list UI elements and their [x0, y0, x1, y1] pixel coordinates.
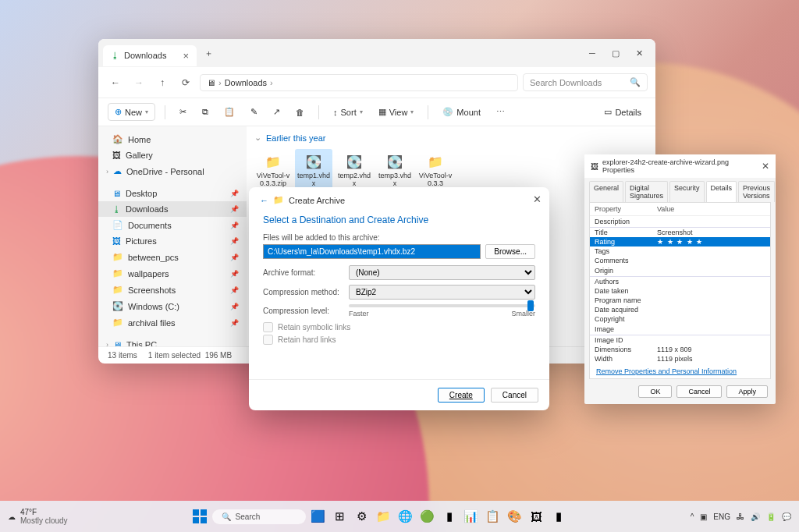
archive-path-input[interactable]: [263, 244, 481, 259]
format-label: Archive format:: [263, 268, 341, 277]
chrome-icon[interactable]: 🟢: [418, 507, 437, 526]
sidebar-betweenpcs[interactable]: 📁between_pcs📌: [98, 249, 247, 265]
dialog-close-button[interactable]: ✕: [533, 193, 542, 205]
taskview-icon[interactable]: ⊞: [331, 507, 350, 526]
delete-button[interactable]: 🗑: [291, 105, 309, 120]
row-dimensions: Dimensions1119 x 809: [590, 345, 770, 354]
file-temp1[interactable]: 💽temp1.vhdx: [295, 149, 332, 191]
pin-icon: 📌: [230, 286, 239, 294]
paste-button[interactable]: 📋: [219, 104, 240, 120]
properties-close-button[interactable]: ✕: [762, 161, 769, 172]
copy-button[interactable]: ⧉: [197, 104, 213, 120]
view-button[interactable]: ▦ View ▾: [374, 104, 419, 120]
chevron-up-icon[interactable]: ^: [691, 512, 694, 521]
app-icon[interactable]: 📋: [484, 507, 502, 526]
minimize-button[interactable]: ─: [581, 43, 604, 63]
weather-widget[interactable]: ☁ 47°FMostly cloudy: [8, 508, 68, 525]
start-button[interactable]: [190, 507, 209, 526]
sidebar-archival[interactable]: 📁archival files📌: [98, 314, 247, 331]
language-indicator[interactable]: ENG: [713, 512, 730, 521]
breadcrumb-segment[interactable]: Downloads: [225, 78, 267, 87]
method-select[interactable]: BZip2: [349, 285, 535, 300]
back-button[interactable]: ←: [106, 73, 125, 92]
format-select[interactable]: (None): [349, 265, 535, 280]
search-icon: 🔍: [630, 77, 641, 87]
volume-icon[interactable]: 🔊: [751, 512, 760, 521]
details-pane-button[interactable]: ▭ Details: [599, 104, 646, 120]
browse-button[interactable]: Browse...: [485, 244, 535, 259]
edge-icon[interactable]: 🌐: [396, 507, 415, 526]
level-label: Compression level:: [263, 307, 341, 315]
row-dateacq: Date acquired: [590, 305, 770, 314]
sidebar-pictures[interactable]: 🖼Pictures📌: [98, 233, 247, 249]
sidebar-thispc[interactable]: ›🖥This PC: [98, 337, 247, 346]
vhd-icon: 💽: [343, 152, 366, 171]
slider-thumb[interactable]: [527, 300, 534, 311]
tab-digsig[interactable]: Digital Signatures: [625, 181, 668, 202]
tab-general[interactable]: General: [589, 181, 623, 202]
up-button[interactable]: ↑: [153, 73, 172, 92]
properties-list[interactable]: Description TitleScreenshot Rating★ ★ ★ …: [590, 216, 770, 364]
ok-button[interactable]: OK: [638, 385, 672, 398]
battery-icon[interactable]: 🔋: [766, 512, 776, 521]
sidebar-windowsc[interactable]: 💽Windows (C:)📌: [98, 298, 247, 314]
weather-icon: ☁: [8, 512, 16, 521]
app-icon[interactable]: 🖼: [527, 507, 546, 526]
tab-previous[interactable]: Previous Versions: [738, 181, 775, 202]
tab-downloads[interactable]: ⭳ Downloads ×: [103, 45, 197, 66]
back-icon[interactable]: ←: [260, 196, 268, 205]
rename-button[interactable]: ✎: [246, 104, 262, 120]
terminal-icon[interactable]: ▮: [549, 507, 568, 526]
breadcrumb[interactable]: 🖥› Downloads›: [200, 74, 518, 91]
search-input[interactable]: Search Downloads 🔍: [523, 73, 648, 91]
close-button[interactable]: ✕: [627, 43, 651, 63]
cut-button[interactable]: ✂: [175, 104, 191, 120]
tab-details[interactable]: Details: [706, 181, 737, 202]
close-tab-icon[interactable]: ×: [183, 50, 189, 62]
explorer-icon[interactable]: 📁: [375, 507, 393, 526]
symlinks-checkbox[interactable]: Retain symbolic links: [263, 322, 535, 332]
create-button[interactable]: Create: [438, 388, 485, 403]
new-tab-button[interactable]: ＋: [197, 43, 220, 63]
tray-icon[interactable]: ▣: [700, 512, 707, 521]
refresh-button[interactable]: ⟳: [176, 73, 195, 92]
apply-button[interactable]: Apply: [726, 385, 768, 398]
remove-properties-link[interactable]: Remove Properties and Personal Informati…: [596, 367, 737, 375]
forward-button[interactable]: →: [130, 73, 148, 92]
copilot-icon[interactable]: 🟦: [309, 507, 328, 526]
row-rating: Rating★ ★ ★ ★ ★: [590, 237, 770, 246]
terminal-icon[interactable]: ▮: [440, 507, 459, 526]
folder-icon: 📁: [273, 195, 284, 205]
notification-icon[interactable]: 💬: [782, 512, 791, 521]
new-button[interactable]: ⊕New▾: [108, 103, 155, 121]
sidebar-downloads[interactable]: ⭳Downloads📌: [98, 201, 247, 217]
maximize-button[interactable]: ▢: [604, 43, 627, 63]
network-icon[interactable]: 🖧: [737, 512, 744, 521]
hardlinks-checkbox[interactable]: Retain hard links: [263, 335, 535, 345]
tab-security[interactable]: Security: [669, 181, 705, 202]
mount-button[interactable]: 💿 Mount: [438, 104, 485, 120]
more-button[interactable]: ⋯: [492, 104, 510, 120]
sidebar-screenshots[interactable]: 📁Screenshots📌: [98, 282, 247, 298]
taskbar-search[interactable]: 🔍Search: [212, 509, 306, 524]
app-icon[interactable]: ⚙: [353, 507, 371, 526]
sidebar-desktop[interactable]: 🖥Desktop📌: [98, 186, 247, 201]
file-temp3[interactable]: 💽temp3.vhdx: [376, 149, 414, 191]
app-icon[interactable]: 📊: [462, 507, 481, 526]
compression-slider[interactable]: [349, 304, 535, 307]
sidebar-documents[interactable]: 📄Documents📌: [98, 217, 247, 233]
file-vivetool-zip[interactable]: 📁ViVeTool-v0.3.3.zip: [254, 149, 292, 191]
sidebar-home[interactable]: 🏠Home: [98, 131, 247, 147]
sidebar-onedrive[interactable]: ›☁OneDrive - Personal: [98, 163, 247, 179]
file-temp2[interactable]: 💽temp2.vhdx: [336, 149, 373, 191]
share-button[interactable]: ↗: [268, 104, 285, 120]
sidebar-wallpapers[interactable]: 📁wallpapers📌: [98, 265, 247, 282]
file-vivetool-folder[interactable]: 📁ViVeTool-v0.3.3: [417, 149, 454, 191]
app-icon[interactable]: 🎨: [506, 507, 524, 526]
sidebar-gallery[interactable]: 🖼Gallery: [98, 147, 247, 163]
cancel-button[interactable]: Cancel: [676, 385, 722, 398]
sidebar: 🏠Home 🖼Gallery ›☁OneDrive - Personal 🖥De…: [98, 126, 247, 346]
group-header-earlier[interactable]: ⌄Earlier this year: [247, 129, 655, 146]
cancel-button[interactable]: Cancel: [491, 388, 538, 403]
sort-button[interactable]: ↕ Sort ▾: [328, 105, 368, 120]
